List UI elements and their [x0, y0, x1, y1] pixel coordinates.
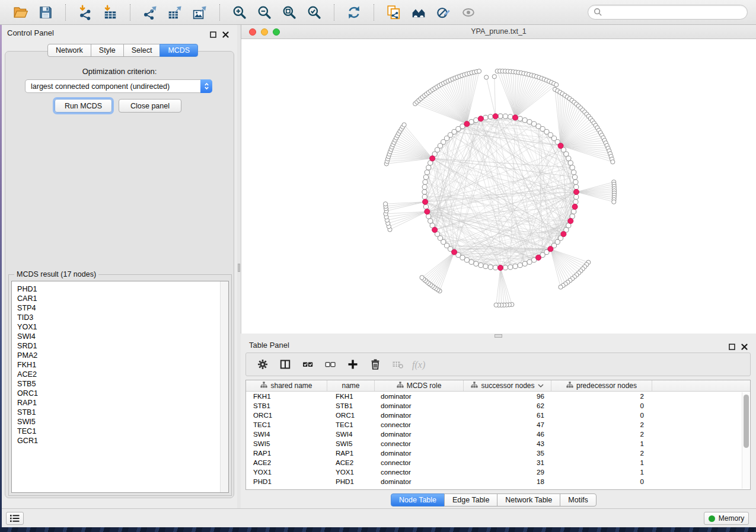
network-edge[interactable] — [576, 192, 614, 200]
network-edge[interactable] — [403, 127, 432, 158]
vertical-splitter-grip[interactable] — [238, 264, 240, 272]
table-row[interactable]: PHD1PHD1dominator180 — [246, 477, 750, 486]
cp-tab-0[interactable]: Network — [47, 44, 91, 57]
network-canvas[interactable] — [241, 39, 756, 334]
mcds-result-item[interactable]: FKH1 — [17, 360, 38, 370]
network-node-dominator[interactable] — [432, 227, 438, 232]
table-row[interactable]: SWI4SWI4dominator462 — [246, 430, 750, 439]
memory-button[interactable]: Memory — [704, 512, 749, 525]
mcds-result-item[interactable]: STB1 — [17, 408, 38, 417]
column-settings-button[interactable] — [254, 355, 272, 373]
zoom-selected-button[interactable] — [305, 4, 323, 21]
network-edge[interactable] — [505, 71, 515, 117]
table-row[interactable]: SWI5SWI5connector431 — [246, 439, 750, 448]
network-node[interactable] — [527, 259, 532, 264]
column-header-shared-name[interactable]: shared name — [246, 380, 327, 391]
network-node[interactable] — [422, 190, 427, 194]
network-node-dominator[interactable] — [430, 156, 435, 161]
tp-tab-0[interactable]: Node Table — [391, 493, 445, 507]
mcds-result-item[interactable]: PHD1 — [17, 284, 38, 294]
search-box[interactable] — [588, 5, 748, 20]
cp-tab-2[interactable]: Select — [123, 44, 161, 57]
network-node[interactable] — [425, 170, 429, 175]
network-edge[interactable] — [394, 142, 433, 158]
network-edge[interactable] — [387, 202, 425, 211]
network-edge[interactable] — [389, 211, 428, 226]
network-edge[interactable] — [500, 268, 509, 305]
network-edge[interactable] — [467, 71, 479, 124]
import-table-button[interactable] — [101, 4, 119, 21]
network-node[interactable] — [477, 69, 481, 73]
network-node-dominator[interactable] — [425, 209, 430, 214]
network-edge[interactable] — [397, 136, 432, 159]
network-node-dominator[interactable] — [422, 199, 428, 204]
network-edge[interactable] — [427, 252, 454, 282]
network-node[interactable] — [503, 265, 508, 270]
network-edge[interactable] — [419, 100, 467, 124]
network-node-dominator[interactable] — [572, 204, 578, 209]
network-node[interactable] — [493, 265, 498, 270]
network-node-dominator[interactable] — [535, 255, 541, 260]
network-node[interactable] — [474, 261, 479, 266]
network-node-dominator[interactable] — [478, 116, 483, 121]
network-edge[interactable] — [429, 252, 454, 284]
mcds-result-list[interactable]: PHD1CAR1STP4TID3YOX1SWI4SRD1PMA2FKH1ACE2… — [11, 281, 229, 493]
network-node[interactable] — [574, 185, 579, 190]
network-node[interactable] — [474, 118, 479, 123]
network-node[interactable] — [484, 75, 489, 79]
network-node-dominator[interactable] — [497, 265, 503, 270]
network-node[interactable] — [513, 264, 518, 268]
toggle-panel-split-button[interactable] — [276, 355, 294, 373]
network-node[interactable] — [522, 261, 527, 266]
zoom-out-button[interactable] — [256, 4, 273, 21]
clone-network-button[interactable] — [385, 4, 403, 21]
network-node-dominator[interactable] — [548, 246, 553, 252]
network-edge[interactable] — [387, 211, 428, 220]
table-row[interactable]: ORC1ORC1dominator610 — [246, 411, 750, 420]
network-node[interactable] — [494, 303, 498, 307]
network-edge[interactable] — [550, 249, 570, 280]
network-node[interactable] — [492, 75, 496, 79]
network-edge[interactable] — [515, 76, 537, 117]
network-edge[interactable] — [432, 158, 575, 177]
network-node[interactable] — [483, 115, 488, 120]
network-node[interactable] — [568, 161, 573, 165]
delete-table-button[interactable] — [389, 355, 407, 373]
show-all-button[interactable] — [460, 4, 477, 21]
network-node-dominator[interactable] — [573, 189, 579, 194]
network-node[interactable] — [527, 120, 532, 124]
network-edge[interactable] — [486, 77, 495, 116]
network-edge[interactable] — [436, 252, 454, 289]
mcds-result-item[interactable]: STB5 — [17, 379, 38, 389]
network-node[interactable] — [508, 265, 513, 270]
network-node-dominator[interactable] — [451, 249, 457, 255]
network-node[interactable] — [518, 116, 522, 121]
network-node[interactable] — [573, 200, 578, 204]
network-edge[interactable] — [550, 249, 582, 269]
network-edge[interactable] — [538, 202, 576, 258]
table-scrollbar-thumb[interactable] — [744, 395, 749, 448]
network-node[interactable] — [422, 194, 427, 199]
network-edge[interactable] — [433, 89, 467, 124]
network-node[interactable] — [423, 204, 428, 209]
network-edge[interactable] — [497, 71, 515, 117]
network-edge[interactable] — [505, 116, 570, 221]
network-node[interactable] — [498, 114, 503, 118]
mcds-result-item[interactable]: RAP1 — [17, 398, 38, 408]
network-node-dominator[interactable] — [493, 114, 498, 119]
network-node[interactable] — [383, 202, 387, 206]
first-neighbors-button[interactable] — [410, 4, 428, 21]
export-network-button[interactable] — [141, 4, 159, 21]
network-node[interactable] — [574, 194, 579, 199]
network-edge[interactable] — [576, 184, 614, 192]
network-node-dominator[interactable] — [561, 232, 566, 237]
network-edge[interactable] — [387, 211, 428, 217]
network-edge[interactable] — [495, 76, 496, 116]
float-panel-icon[interactable] — [210, 30, 216, 40]
cp-tab-1[interactable]: Style — [91, 44, 124, 57]
tp-tab-1[interactable]: Edge Table — [444, 493, 497, 507]
mcds-list-scrollbar[interactable] — [220, 281, 228, 492]
zoom-fit-button[interactable] — [280, 4, 298, 21]
network-node[interactable] — [532, 121, 537, 126]
network-node[interactable] — [488, 265, 493, 270]
